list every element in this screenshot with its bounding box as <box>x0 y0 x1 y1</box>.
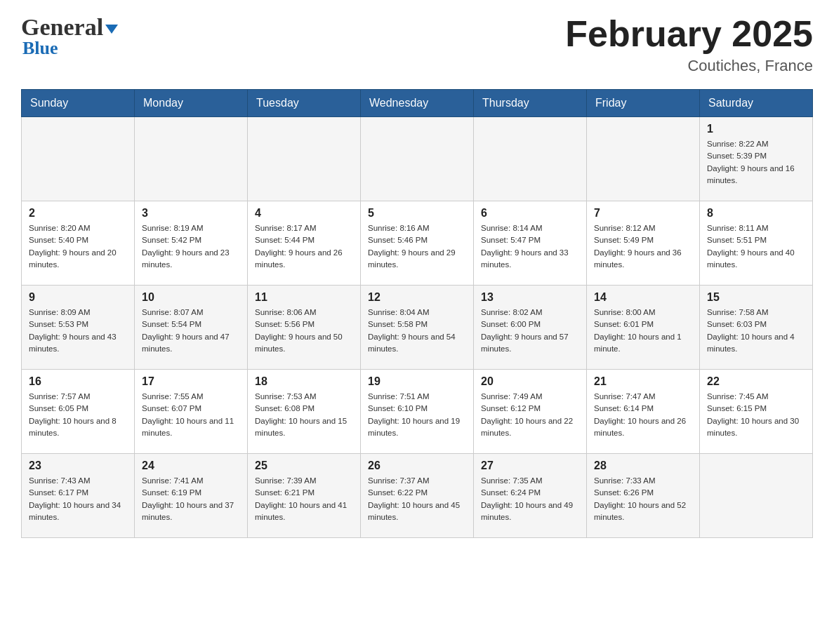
day-of-week-header: Friday <box>587 90 700 117</box>
calendar-week-row: 2Sunrise: 8:20 AMSunset: 5:40 PMDaylight… <box>22 201 813 286</box>
day-info: Sunrise: 7:33 AMSunset: 6:26 PMDaylight:… <box>594 475 692 523</box>
day-number: 7 <box>594 207 692 220</box>
day-number: 22 <box>707 375 805 388</box>
logo-triangle-icon <box>105 25 118 34</box>
calendar-day-cell: 25Sunrise: 7:39 AMSunset: 6:21 PMDayligh… <box>248 454 361 538</box>
calendar-day-cell: 19Sunrise: 7:51 AMSunset: 6:10 PMDayligh… <box>361 370 474 454</box>
day-number: 12 <box>368 291 466 304</box>
day-info: Sunrise: 7:49 AMSunset: 6:12 PMDaylight:… <box>481 391 579 439</box>
day-info: Sunrise: 8:14 AMSunset: 5:47 PMDaylight:… <box>481 222 579 271</box>
calendar-day-cell: 13Sunrise: 8:02 AMSunset: 6:00 PMDayligh… <box>474 286 587 370</box>
day-number: 21 <box>594 375 692 388</box>
calendar-day-cell <box>22 117 135 201</box>
day-info: Sunrise: 7:58 AMSunset: 6:03 PMDaylight:… <box>707 307 805 355</box>
logo: General Blue <box>21 14 118 59</box>
calendar-day-cell <box>361 117 474 201</box>
calendar-day-cell: 16Sunrise: 7:57 AMSunset: 6:05 PMDayligh… <box>22 370 135 454</box>
calendar-header-row: SundayMondayTuesdayWednesdayThursdayFrid… <box>22 90 813 117</box>
day-number: 5 <box>368 207 466 220</box>
calendar-day-cell: 21Sunrise: 7:47 AMSunset: 6:14 PMDayligh… <box>587 370 700 454</box>
day-number: 1 <box>707 123 805 135</box>
day-number: 26 <box>368 459 466 472</box>
day-number: 2 <box>29 207 127 220</box>
calendar-day-cell <box>135 117 248 201</box>
day-info: Sunrise: 7:45 AMSunset: 6:15 PMDaylight:… <box>707 391 805 439</box>
day-info: Sunrise: 8:09 AMSunset: 5:53 PMDaylight:… <box>29 307 127 355</box>
day-of-week-header: Monday <box>135 90 248 117</box>
day-number: 10 <box>142 291 240 304</box>
logo-general: General <box>21 14 103 41</box>
calendar-day-cell: 27Sunrise: 7:35 AMSunset: 6:24 PMDayligh… <box>474 454 587 538</box>
day-info: Sunrise: 8:02 AMSunset: 6:00 PMDaylight:… <box>481 307 579 355</box>
calendar-day-cell: 5Sunrise: 8:16 AMSunset: 5:46 PMDaylight… <box>361 201 474 286</box>
calendar-day-cell <box>474 117 587 201</box>
calendar-day-cell <box>587 117 700 201</box>
day-info: Sunrise: 8:17 AMSunset: 5:44 PMDaylight:… <box>255 222 353 271</box>
day-info: Sunrise: 7:51 AMSunset: 6:10 PMDaylight:… <box>368 391 466 439</box>
day-info: Sunrise: 8:06 AMSunset: 5:56 PMDaylight:… <box>255 307 353 355</box>
day-number: 8 <box>707 207 805 220</box>
day-number: 11 <box>255 291 353 304</box>
calendar-day-cell: 6Sunrise: 8:14 AMSunset: 5:47 PMDaylight… <box>474 201 587 286</box>
calendar-day-cell: 24Sunrise: 7:41 AMSunset: 6:19 PMDayligh… <box>135 454 248 538</box>
day-number: 20 <box>481 375 579 388</box>
month-title: February 2025 <box>565 14 813 54</box>
calendar-day-cell: 2Sunrise: 8:20 AMSunset: 5:40 PMDaylight… <box>22 201 135 286</box>
day-info: Sunrise: 7:35 AMSunset: 6:24 PMDaylight:… <box>481 475 579 523</box>
calendar-week-row: 23Sunrise: 7:43 AMSunset: 6:17 PMDayligh… <box>22 454 813 538</box>
day-of-week-header: Wednesday <box>361 90 474 117</box>
calendar-day-cell: 20Sunrise: 7:49 AMSunset: 6:12 PMDayligh… <box>474 370 587 454</box>
calendar-day-cell <box>248 117 361 201</box>
calendar-day-cell <box>700 454 813 538</box>
calendar-day-cell: 3Sunrise: 8:19 AMSunset: 5:42 PMDaylight… <box>135 201 248 286</box>
day-number: 28 <box>594 459 692 472</box>
day-info: Sunrise: 8:00 AMSunset: 6:01 PMDaylight:… <box>594 307 692 355</box>
day-info: Sunrise: 7:47 AMSunset: 6:14 PMDaylight:… <box>594 391 692 439</box>
day-info: Sunrise: 7:43 AMSunset: 6:17 PMDaylight:… <box>29 475 127 523</box>
day-info: Sunrise: 7:39 AMSunset: 6:21 PMDaylight:… <box>255 475 353 523</box>
day-number: 3 <box>142 207 240 220</box>
calendar-week-row: 16Sunrise: 7:57 AMSunset: 6:05 PMDayligh… <box>22 370 813 454</box>
calendar-week-row: 9Sunrise: 8:09 AMSunset: 5:53 PMDaylight… <box>22 286 813 370</box>
day-info: Sunrise: 8:19 AMSunset: 5:42 PMDaylight:… <box>142 222 240 271</box>
day-of-week-header: Thursday <box>474 90 587 117</box>
day-info: Sunrise: 8:20 AMSunset: 5:40 PMDaylight:… <box>29 222 127 271</box>
day-info: Sunrise: 7:57 AMSunset: 6:05 PMDaylight:… <box>29 391 127 439</box>
day-of-week-header: Saturday <box>700 90 813 117</box>
day-number: 17 <box>142 375 240 388</box>
day-number: 24 <box>142 459 240 472</box>
calendar-day-cell: 14Sunrise: 8:00 AMSunset: 6:01 PMDayligh… <box>587 286 700 370</box>
calendar-week-row: 1Sunrise: 8:22 AMSunset: 5:39 PMDaylight… <box>22 117 813 201</box>
calendar-day-cell: 28Sunrise: 7:33 AMSunset: 6:26 PMDayligh… <box>587 454 700 538</box>
calendar-day-cell: 26Sunrise: 7:37 AMSunset: 6:22 PMDayligh… <box>361 454 474 538</box>
day-info: Sunrise: 8:22 AMSunset: 5:39 PMDaylight:… <box>707 138 805 187</box>
day-number: 4 <box>255 207 353 220</box>
logo-blue: Blue <box>22 38 58 59</box>
calendar-day-cell: 8Sunrise: 8:11 AMSunset: 5:51 PMDaylight… <box>700 201 813 286</box>
calendar-day-cell: 23Sunrise: 7:43 AMSunset: 6:17 PMDayligh… <box>22 454 135 538</box>
day-number: 13 <box>481 291 579 304</box>
calendar-day-cell: 22Sunrise: 7:45 AMSunset: 6:15 PMDayligh… <box>700 370 813 454</box>
calendar-day-cell: 15Sunrise: 7:58 AMSunset: 6:03 PMDayligh… <box>700 286 813 370</box>
day-info: Sunrise: 8:07 AMSunset: 5:54 PMDaylight:… <box>142 307 240 355</box>
day-info: Sunrise: 7:55 AMSunset: 6:07 PMDaylight:… <box>142 391 240 439</box>
day-info: Sunrise: 8:12 AMSunset: 5:49 PMDaylight:… <box>594 222 692 271</box>
day-number: 19 <box>368 375 466 388</box>
calendar-day-cell: 9Sunrise: 8:09 AMSunset: 5:53 PMDaylight… <box>22 286 135 370</box>
day-info: Sunrise: 7:37 AMSunset: 6:22 PMDaylight:… <box>368 475 466 523</box>
page-header: General Blue February 2025 Coutiches, Fr… <box>21 14 813 75</box>
calendar-day-cell: 11Sunrise: 8:06 AMSunset: 5:56 PMDayligh… <box>248 286 361 370</box>
day-number: 15 <box>707 291 805 304</box>
day-number: 6 <box>481 207 579 220</box>
day-info: Sunrise: 8:16 AMSunset: 5:46 PMDaylight:… <box>368 222 466 271</box>
calendar-day-cell: 7Sunrise: 8:12 AMSunset: 5:49 PMDaylight… <box>587 201 700 286</box>
calendar-day-cell: 12Sunrise: 8:04 AMSunset: 5:58 PMDayligh… <box>361 286 474 370</box>
day-number: 18 <box>255 375 353 388</box>
calendar-day-cell: 10Sunrise: 8:07 AMSunset: 5:54 PMDayligh… <box>135 286 248 370</box>
day-info: Sunrise: 8:11 AMSunset: 5:51 PMDaylight:… <box>707 222 805 271</box>
day-number: 9 <box>29 291 127 304</box>
day-number: 23 <box>29 459 127 472</box>
calendar-table: SundayMondayTuesdayWednesdayThursdayFrid… <box>21 89 813 538</box>
title-area: February 2025 Coutiches, France <box>565 14 813 75</box>
day-info: Sunrise: 8:04 AMSunset: 5:58 PMDaylight:… <box>368 307 466 355</box>
